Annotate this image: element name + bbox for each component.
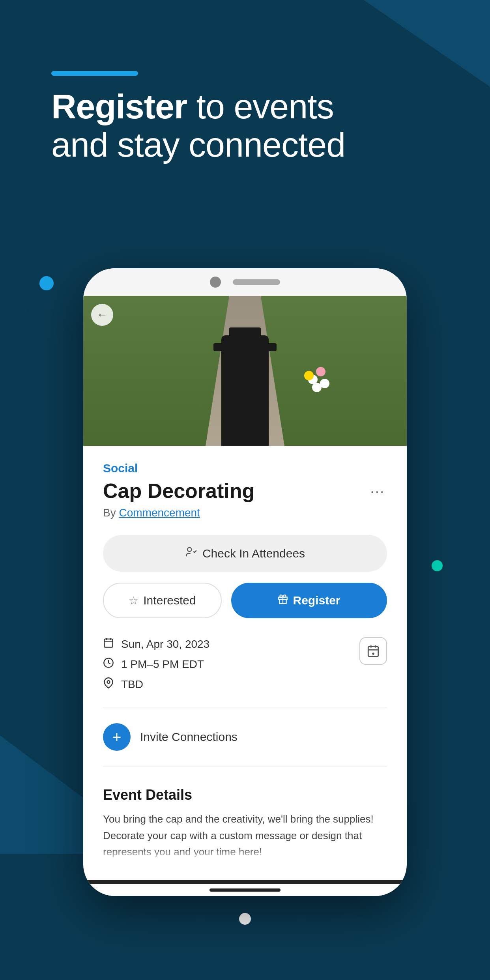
svg-rect-1 [105,639,113,647]
location-row: TBD [103,677,209,691]
header-title: Register to eventsand stay connected [51,88,439,164]
phone-mockup: ← Social Cap Decorating ··· By Commencem… [83,268,407,896]
time-row: 1 PM–5 PM EDT [103,657,209,671]
home-bar [209,888,281,892]
register-icon [278,594,288,607]
more-options-button[interactable]: ··· [368,481,387,501]
flower-2 [316,367,325,376]
phone-top-bar [83,268,407,296]
interested-label: Interested [143,594,196,607]
content-area: Social Cap Decorating ··· By Commencemen… [83,446,407,876]
back-icon: ← [97,309,108,320]
decorative-dot-bottom [239,913,251,925]
event-title: Cap Decorating [103,479,254,503]
clock-icon [103,657,114,671]
svg-rect-7 [368,647,378,657]
svg-point-6 [107,681,110,683]
flower-5 [312,383,322,392]
invite-plus-button[interactable]: + [103,723,131,751]
person-silhouette [213,320,277,446]
event-category: Social [103,462,387,475]
back-button[interactable]: ← [91,304,113,326]
decorative-dot-right [432,560,443,571]
event-organizer: By Commencement [103,507,387,519]
organizer-prefix: By [103,507,119,519]
event-details-title: Event Details [103,787,387,803]
register-button[interactable]: Register [231,583,387,618]
header-area: Register to eventsand stay connected [51,71,439,164]
event-details-text-container: You bring the cap and the creativity, we… [103,811,387,860]
divider-2 [103,767,387,767]
date-row: Sun, Apr 30, 2023 [103,637,209,651]
invite-row: + Invite Connections [103,723,387,751]
calendar-icon [103,637,114,651]
event-time: 1 PM–5 PM EDT [121,658,204,671]
location-icon [103,677,114,691]
phone-body: ← Social Cap Decorating ··· By Commencem… [83,268,407,896]
event-title-row: Cap Decorating ··· [103,479,387,503]
header-accent-bar [51,71,138,76]
event-date: Sun, Apr 30, 2023 [121,638,209,651]
decorative-dot-left [39,276,54,290]
calendar-export-button[interactable] [359,637,387,665]
event-info-left: Sun, Apr 30, 2023 1 PM–5 PM EDT [103,637,209,691]
event-details-text: You bring the cap and the creativity, we… [103,811,387,860]
phone-bottom-bar [83,880,407,884]
check-in-label: Check In Attendees [202,547,305,560]
plus-icon: + [112,728,121,746]
star-icon: ☆ [129,594,138,607]
flower-4 [304,371,314,380]
invite-label: Invite Connections [140,730,238,744]
svg-point-0 [187,548,191,552]
organizer-link[interactable]: Commencement [119,507,200,519]
body [221,335,269,446]
event-image: ← [83,296,407,446]
event-location: TBD [121,678,143,691]
phone-camera [210,277,221,288]
check-in-button[interactable]: Check In Attendees [103,535,387,572]
bouquet [296,367,336,406]
phone-speaker [233,279,280,285]
register-label: Register [293,594,340,607]
event-details-section: Event Details You bring the cap and the … [103,783,387,860]
check-in-icon [185,546,197,561]
action-buttons-row: ☆ Interested Register [103,583,387,618]
divider-1 [103,707,387,707]
header-title-bold: Register [51,87,187,126]
event-info: Sun, Apr 30, 2023 1 PM–5 PM EDT [103,637,387,691]
home-indicator [83,884,407,896]
interested-button[interactable]: ☆ Interested [103,583,222,618]
